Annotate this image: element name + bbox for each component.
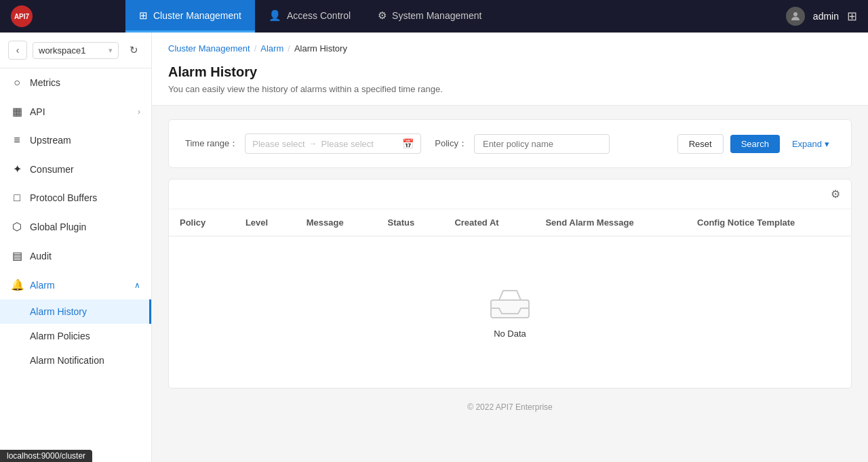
nav-tab-system[interactable]: ⚙ System Management (364, 0, 495, 33)
no-data-icon (488, 285, 532, 320)
sidebar-item-protocol-buffers[interactable]: □ Protocol Buffers (0, 184, 151, 212)
nav-tab-cluster[interactable]: ⊞ Cluster Management (125, 0, 255, 33)
sidebar-item-alarm-history[interactable]: Alarm History (0, 299, 151, 324)
filter-panel: Time range： Please select → Please selec… (168, 119, 852, 168)
nav-tab-system-label: System Management (392, 10, 481, 21)
workspace-chevron-icon: ▾ (108, 46, 113, 55)
consumer-icon: ✦ (11, 163, 23, 175)
alarm-notification-label: Alarm Notification (30, 355, 104, 366)
col-level: Level (235, 209, 296, 236)
global-plugin-icon: ⬡ (11, 220, 23, 233)
alarm-icon: 🔔 (11, 278, 23, 291)
alarm-chevron-icon: ∧ (134, 280, 140, 290)
time-range-group: Time range： Please select → Please selec… (185, 133, 421, 154)
system-icon: ⚙ (378, 9, 387, 22)
api-icon: ▦ (11, 105, 23, 118)
nav-right: admin ⊞ (775, 7, 868, 26)
time-range-end: Please select (321, 139, 374, 149)
sidebar-item-alarm-label: Alarm (30, 280, 127, 291)
table-panel: ⚙ Policy Level Message Status Created At… (168, 179, 852, 389)
metrics-icon: ○ (11, 77, 23, 89)
upstream-icon: ≡ (11, 134, 23, 146)
user-avatar (786, 7, 805, 26)
col-created-at: Created At (443, 209, 534, 236)
table-settings-button[interactable]: ⚙ (831, 188, 840, 201)
content-area: Time range： Please select → Please selec… (152, 106, 868, 439)
policy-group: Policy： (435, 134, 610, 154)
sidebar-item-upstream[interactable]: ≡ Upstream (0, 126, 151, 154)
sidebar-item-consumer-label: Consumer (30, 164, 140, 175)
col-message: Message (296, 209, 377, 236)
sidebar: ‹ workspace1 ▾ ↻ ○ Metrics ▦ API › ≡ Ups… (0, 33, 152, 462)
svg-point-2 (793, 12, 797, 16)
sidebar-item-upstream-label: Upstream (30, 135, 140, 146)
app-body: ‹ workspace1 ▾ ↻ ○ Metrics ▦ API › ≡ Ups… (0, 33, 868, 462)
sidebar-item-alarm-notification[interactable]: Alarm Notification (0, 348, 151, 373)
empty-state: No Data (180, 245, 840, 379)
audit-icon: ▤ (11, 249, 23, 262)
expand-label: Expand (792, 139, 822, 149)
search-button[interactable]: Search (730, 135, 780, 153)
workspace-select[interactable]: workspace1 ▾ (33, 42, 119, 59)
time-range-label: Time range： (185, 138, 238, 150)
svg-text:API7: API7 (14, 13, 30, 20)
breadcrumb: Cluster Management / Alarm / Alarm Histo… (152, 33, 868, 59)
nav-tab-access-label: Access Control (287, 10, 351, 21)
range-arrow-icon: → (309, 139, 317, 148)
page-header: Alarm History You can easily view the hi… (152, 59, 868, 106)
footer-text: © 2022 API7 Enterprise (467, 402, 553, 412)
sidebar-item-global-plugin[interactable]: ⬡ Global Plugin (0, 212, 151, 241)
nav-tab-access[interactable]: 👤 Access Control (255, 0, 364, 33)
sidebar-item-protocol-label: Protocol Buffers (30, 192, 140, 203)
filter-actions: Reset Search Expand ▾ (677, 134, 835, 154)
sidebar-item-audit[interactable]: ▤ Audit (0, 241, 151, 270)
app-logo: API7 (11, 5, 33, 27)
breadcrumb-alarm[interactable]: Alarm (260, 43, 283, 54)
sidebar-item-api-label: API (30, 106, 131, 117)
status-url: localhost:9000/cluster (7, 451, 85, 461)
col-policy: Policy (169, 209, 235, 236)
expand-chevron-icon: ▾ (825, 139, 829, 149)
main-content: Cluster Management / Alarm / Alarm Histo… (152, 33, 868, 462)
policy-label: Policy： (435, 138, 467, 150)
empty-text: No Data (494, 329, 526, 339)
sidebar-item-global-plugin-label: Global Plugin (30, 222, 140, 232)
access-icon: 👤 (269, 9, 281, 22)
logo-area: API7 (0, 5, 125, 27)
workspace-bar: ‹ workspace1 ▾ ↻ (0, 33, 151, 68)
breadcrumb-cluster[interactable]: Cluster Management (168, 43, 250, 54)
back-button[interactable]: ‹ (8, 41, 27, 60)
sidebar-item-audit-label: Audit (30, 251, 140, 261)
time-range-picker[interactable]: Please select → Please select 📅 (245, 133, 421, 154)
footer: © 2022 API7 Enterprise (168, 389, 852, 425)
breadcrumb-sep-1: / (254, 43, 257, 54)
sidebar-item-metrics-label: Metrics (30, 77, 140, 88)
sidebar-item-alarm-policies[interactable]: Alarm Policies (0, 324, 151, 348)
status-bar: localhost:9000/cluster (0, 450, 92, 462)
page-title: Alarm History (168, 64, 852, 80)
top-navigation: API7 ⊞ Cluster Management 👤 Access Contr… (0, 0, 868, 33)
refresh-button[interactable]: ↻ (124, 41, 143, 60)
expand-button[interactable]: Expand ▾ (787, 135, 835, 153)
reset-button[interactable]: Reset (677, 134, 724, 154)
calendar-icon: 📅 (402, 138, 414, 149)
sidebar-item-consumer[interactable]: ✦ Consumer (0, 154, 151, 184)
language-icon[interactable]: ⊞ (847, 9, 857, 24)
sidebar-item-metrics[interactable]: ○ Metrics (0, 68, 151, 97)
page-description: You can easily view the history of alarm… (168, 84, 852, 94)
time-range-start: Please select (252, 139, 304, 149)
alarm-history-table: Policy Level Message Status Created At S… (169, 209, 851, 388)
alarm-history-label: Alarm History (30, 306, 87, 317)
settings-icon: ⚙ (831, 188, 840, 200)
breadcrumb-sep-2: / (288, 43, 290, 54)
api-chevron-icon: › (138, 107, 140, 117)
col-config-template: Config Notice Template (686, 209, 851, 236)
policy-input[interactable] (474, 134, 610, 154)
alarm-policies-label: Alarm Policies (30, 331, 90, 341)
nav-tab-cluster-label: Cluster Management (153, 10, 241, 21)
workspace-name: workspace1 (39, 45, 85, 56)
sidebar-item-api[interactable]: ▦ API › (0, 97, 151, 126)
breadcrumb-current: Alarm History (294, 43, 347, 54)
sidebar-item-alarm[interactable]: 🔔 Alarm ∧ (0, 270, 151, 299)
cluster-icon: ⊞ (139, 9, 148, 22)
